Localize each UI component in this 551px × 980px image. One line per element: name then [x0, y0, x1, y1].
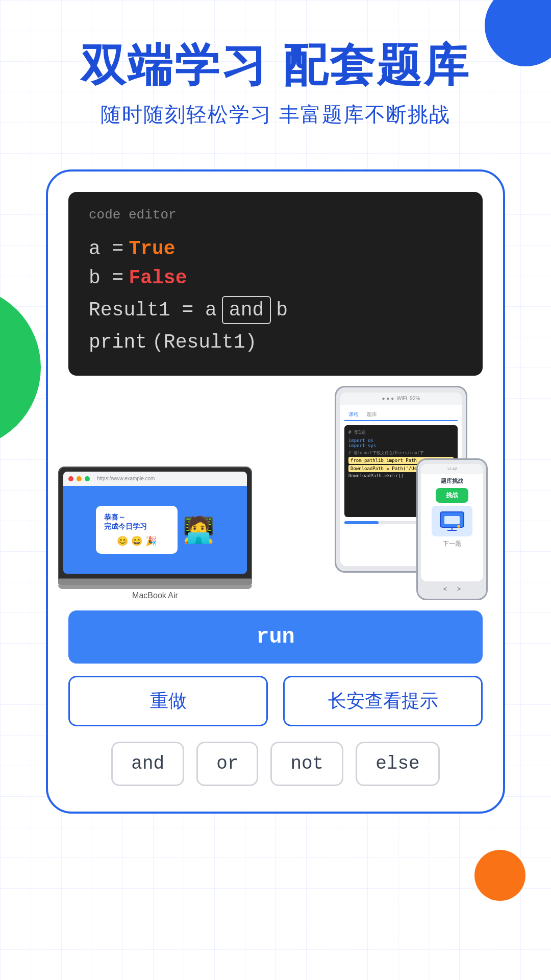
- code-text: Result1 = a: [89, 299, 217, 321]
- laptop-device: https://www.example.com 恭喜～完成今日学习 😊 😄 🎉: [58, 467, 252, 600]
- tab-active: 课程: [344, 409, 363, 421]
- monitor-icon: [439, 511, 465, 531]
- header-section: 双端学习 配套题库 随时随刻轻松学习 丰富题库不断挑战: [81, 0, 470, 149]
- hint-button[interactable]: 长安查看提示: [283, 676, 483, 726]
- phone-device: 11:42 题库挑战 挑战: [416, 458, 488, 600]
- main-card: code editor a = True b = False Result1 =…: [46, 169, 505, 814]
- code-paren: (Result1): [152, 331, 257, 353]
- keyword-not[interactable]: not: [270, 742, 343, 786]
- svg-rect-1: [444, 516, 460, 524]
- code-text: b: [276, 299, 288, 321]
- main-content: 双端学习 配套题库 随时随刻轻松学习 丰富题库不断挑战 code editor …: [0, 0, 551, 814]
- code-line-3: Result1 = a and b: [89, 296, 462, 324]
- phone-back-btn[interactable]: <: [443, 585, 447, 593]
- laptop-screen-outer: https://www.example.com 恭喜～完成今日学习 😊 😄 🎉: [58, 467, 252, 579]
- svg-point-4: [457, 525, 460, 528]
- code-text: b =: [89, 267, 123, 289]
- phone-next-btn: 下一题: [443, 540, 461, 548]
- congrats-text: 恭喜～完成今日学习: [104, 513, 169, 531]
- browser-url: https://www.example.com: [97, 476, 155, 481]
- tablet-code-comment: # 第1题: [348, 429, 454, 436]
- phone-screen: 11:42 题库挑战 挑战: [421, 464, 483, 581]
- dot-yellow: [77, 476, 82, 481]
- emoji-row: 😊 😄 🎉: [104, 535, 169, 547]
- run-button[interactable]: run: [68, 610, 483, 664]
- laptop-browser-bar: https://www.example.com: [63, 472, 247, 486]
- code-true: True: [129, 238, 175, 260]
- code-line-1: a = True: [89, 238, 462, 260]
- phone-nav: < >: [421, 583, 483, 595]
- laptop-screen-inner: https://www.example.com 恭喜～完成今日学习 😊 😄 🎉: [63, 472, 247, 574]
- phone-status-bar: 11:42: [421, 464, 483, 474]
- tablet-status-bar: ● ● ● WiFi 92%: [340, 393, 462, 405]
- keyword-and[interactable]: and: [111, 742, 184, 786]
- code-false: False: [129, 267, 187, 289]
- dot-green: [85, 476, 90, 481]
- phone-forward-btn[interactable]: >: [457, 585, 461, 593]
- laptop-stand: [58, 585, 252, 589]
- keywords-row: and or not else: [68, 742, 483, 786]
- laptop-base: [58, 579, 252, 585]
- main-title: 双端学习 配套题库: [81, 41, 470, 90]
- emoji-3: 🎉: [145, 535, 157, 547]
- keyword-else[interactable]: else: [356, 742, 439, 786]
- redo-button[interactable]: 重做: [68, 676, 268, 726]
- tab-inactive: 题库: [363, 409, 381, 420]
- code-line-2: b = False: [89, 267, 462, 289]
- dot-red: [68, 476, 73, 481]
- emoji-2: 😄: [131, 535, 142, 547]
- tablet-import2: import sys: [348, 443, 454, 448]
- phone-body: 11:42 题库挑战 挑战: [416, 458, 488, 600]
- tablet-status-text: ● ● ● WiFi 92%: [382, 396, 420, 401]
- phone-time: 11:42: [447, 467, 457, 471]
- phone-content: 题库挑战 挑战: [421, 474, 483, 551]
- sub-title: 随时随刻轻松学习 丰富题库不断挑战: [81, 101, 470, 129]
- keyword-or[interactable]: or: [196, 742, 258, 786]
- emoji-1: 😊: [117, 535, 128, 547]
- tablet-import1: import os: [348, 438, 454, 443]
- code-text: a =: [89, 238, 123, 260]
- code-editor: code editor a = True b = False Result1 =…: [68, 192, 483, 376]
- tablet-progress-fill: [344, 521, 379, 524]
- tablet-tabs: 课程 题库: [344, 409, 458, 421]
- laptop-content: 恭喜～完成今日学习 😊 😄 🎉 🧑‍💻: [63, 486, 247, 574]
- laptop-illustration: 🧑‍💻: [183, 515, 214, 545]
- phone-challenge-btn[interactable]: 挑战: [436, 488, 468, 503]
- tablet-comment2: # 请Import下载文件在/Users/root下: [348, 450, 454, 456]
- action-buttons-row: 重做 长安查看提示: [68, 676, 483, 726]
- code-editor-title: code editor: [89, 207, 462, 223]
- code-print: print: [89, 331, 147, 353]
- devices-area: https://www.example.com 恭喜～完成今日学习 😊 😄 🎉: [68, 386, 483, 600]
- phone-label: 题库挑战: [441, 477, 463, 485]
- code-line-4: print (Result1): [89, 331, 462, 353]
- laptop-label: MacBook Air: [58, 591, 252, 600]
- decoration-circle-orange-bottom: [474, 850, 525, 901]
- code-and-keyword: and: [222, 296, 271, 324]
- celebration-card: 恭喜～完成今日学习 😊 😄 🎉: [96, 506, 178, 554]
- phone-illustration: [432, 506, 472, 536]
